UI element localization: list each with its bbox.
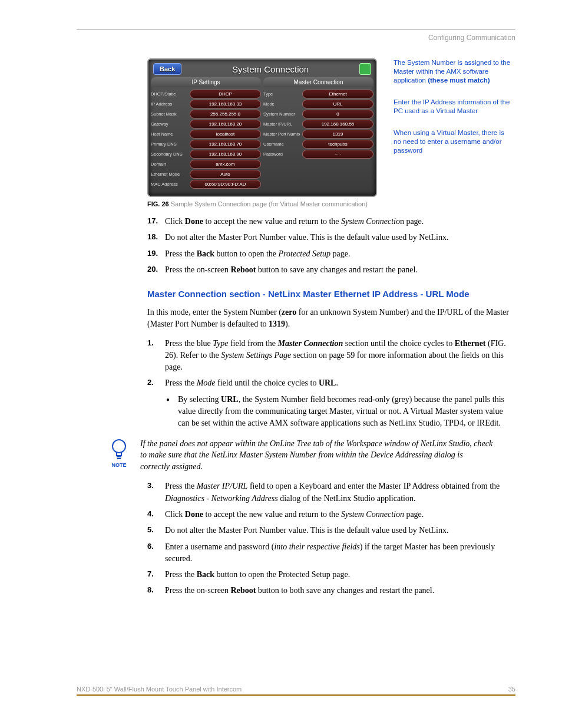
row-label: MAC Address xyxy=(151,182,187,187)
row-value[interactable]: 0 xyxy=(302,110,373,118)
row-label: DHCP/Static xyxy=(151,91,187,97)
settings-row: Primary DNS192.168.168.70 xyxy=(151,140,261,149)
callout-3: When using a Virtual Master, there is no… xyxy=(394,129,511,155)
row-value[interactable]: 192.168.168.55 xyxy=(302,120,373,129)
system-connection-panel: Back System Connection IP Settings DHCP/… xyxy=(147,58,377,197)
row-label: Secondary DNS xyxy=(151,151,187,157)
section-heading: Master Connection section - NetLinx Mast… xyxy=(147,288,515,301)
row-value[interactable]: 192.168.168.90 xyxy=(190,150,261,159)
settings-row: System Number0 xyxy=(263,110,373,118)
ip-settings-column: IP Settings DHCP/StaticDHCPIP Address192… xyxy=(151,77,261,190)
settings-row: Secondary DNS192.168.168.90 xyxy=(151,150,261,159)
step-item: 18.Do not alter the Master Port Number v… xyxy=(147,232,515,243)
row-value[interactable]: DHCP xyxy=(190,90,261,98)
figure-26: Back System Connection IP Settings DHCP/… xyxy=(147,58,515,197)
step-item: 5.Do not alter the Master Port Number va… xyxy=(147,525,515,536)
row-label: Username xyxy=(263,141,300,147)
back-button[interactable]: Back xyxy=(153,63,181,75)
svg-point-0 xyxy=(113,440,125,453)
step-item: 6.Enter a username and password (into th… xyxy=(147,541,515,565)
step-item: 19.Press the Back button to open the Pro… xyxy=(147,248,515,260)
settings-row: MAC Address00:60:9D:90:FD:AD xyxy=(151,180,261,189)
row-label: Primary DNS xyxy=(151,141,187,147)
page-footer: NXD-500i 5" Wall/Flush Mount Touch Panel… xyxy=(77,686,515,696)
steps-17-20: 17.Click Done to accept the new value an… xyxy=(147,216,515,276)
status-icon xyxy=(359,63,371,75)
row-value[interactable]: ····· xyxy=(302,150,373,159)
step-item: 2.Press the Mode field until the choice … xyxy=(147,377,515,389)
step-item: 4.Click Done to accept the new value and… xyxy=(147,509,515,521)
row-label: Gateway xyxy=(151,121,187,127)
settings-row: Password····· xyxy=(263,150,373,159)
row-label: Subnet Mask xyxy=(151,111,187,117)
row-label: Password xyxy=(263,151,300,157)
footer-right: 35 xyxy=(508,686,515,693)
steps-1-2: 1.Press the blue Type field from the Mas… xyxy=(147,338,515,390)
step-item: 3.Press the Master IP/URL field to open … xyxy=(147,480,515,505)
master-rows: TypeEthernetModeURLSystem Number0Master … xyxy=(263,90,373,159)
figure-caption-rest: Sample System Connection page (for Virtu… xyxy=(169,200,368,207)
row-value[interactable]: 192.168.168.33 xyxy=(190,100,261,108)
row-value[interactable]: Auto xyxy=(190,170,261,179)
lightbulb-icon xyxy=(110,438,128,460)
step-item: 20.Press the on-screen Reboot button to … xyxy=(147,264,515,276)
master-connection-column: Master Connection TypeEthernetModeURLSys… xyxy=(263,77,373,190)
steps-3-8: 3.Press the Master IP/URL field to open … xyxy=(147,480,515,597)
settings-row: TypeEthernet xyxy=(263,90,373,98)
settings-row: Gateway192.168.168.20 xyxy=(151,120,261,129)
step-item: 8.Press the on-screen Reboot button to b… xyxy=(147,585,515,597)
bullet-list: By selecting URL, the System Number fiel… xyxy=(166,394,515,430)
note-label: NOTE xyxy=(106,462,132,469)
row-label: Domain xyxy=(151,162,187,167)
step-item: 1.Press the blue Type field from the Mas… xyxy=(147,338,515,374)
row-value[interactable]: URL xyxy=(302,100,373,108)
settings-row: Master IP/URL192.168.168.55 xyxy=(263,120,373,129)
panel-title: System Connection xyxy=(181,64,359,74)
row-label: Master Port Number xyxy=(263,131,300,137)
settings-row: ModeURL xyxy=(263,100,373,108)
row-value[interactable]: 1319 xyxy=(302,130,373,139)
settings-row: IP Address192.168.168.33 xyxy=(151,100,261,108)
row-value[interactable]: 192.168.168.70 xyxy=(190,140,261,149)
row-label: Mode xyxy=(263,101,300,107)
row-label: IP Address xyxy=(151,101,187,107)
settings-row: Master Port Number1319 xyxy=(263,130,373,139)
settings-row: Subnet Mask255.255.255.0 xyxy=(151,110,261,118)
callout-1-bold: (these must match) xyxy=(428,77,490,84)
intro-para: In this mode, enter the System Number (z… xyxy=(147,307,515,331)
settings-row: Usernametechpubs xyxy=(263,140,373,149)
row-value[interactable]: techpubs xyxy=(302,140,373,149)
note-text: If the panel does not appear within the … xyxy=(140,438,494,473)
row-value[interactable]: 192.168.168.20 xyxy=(190,120,261,129)
ip-settings-head: IP Settings xyxy=(151,77,261,87)
step-item: 17.Click Done to accept the new value an… xyxy=(147,216,515,228)
row-label: Master IP/URL xyxy=(263,121,300,127)
note-block: NOTE If the panel does not appear within… xyxy=(106,438,515,473)
step-item: 7.Press the Back button to open the Prot… xyxy=(147,569,515,581)
settings-row: DHCP/StaticDHCP xyxy=(151,90,261,98)
row-value[interactable]: amx.com xyxy=(190,160,261,169)
callouts: The System Number is assigned to the Mas… xyxy=(394,58,511,168)
row-label: System Number xyxy=(263,111,300,117)
footer-left: NXD-500i 5" Wall/Flush Mount Touch Panel… xyxy=(77,686,242,693)
row-label: Ethernet Mode xyxy=(151,172,187,177)
bullet-item: By selecting URL, the System Number fiel… xyxy=(166,394,515,430)
row-value[interactable]: localhost xyxy=(190,130,261,139)
figure-caption: FIG. 26 Sample System Connection page (f… xyxy=(147,200,515,207)
header-rule xyxy=(77,29,515,30)
settings-row: Ethernet ModeAuto xyxy=(151,170,261,179)
callout-2: Enter the IP Address information of the … xyxy=(394,98,511,116)
row-value[interactable]: 00:60:9D:90:FD:AD xyxy=(190,180,261,189)
settings-row: Domainamx.com xyxy=(151,160,261,169)
header-section: Configuring Communication xyxy=(77,34,515,42)
row-label: Host Name xyxy=(151,131,187,137)
row-value[interactable]: 255.255.255.0 xyxy=(190,110,261,118)
settings-row: Host Namelocalhost xyxy=(151,130,261,139)
figure-caption-bold: FIG. 26 xyxy=(147,200,169,207)
ip-rows: DHCP/StaticDHCPIP Address192.168.168.33S… xyxy=(151,90,261,189)
row-label: Type xyxy=(263,91,300,97)
row-value[interactable]: Ethernet xyxy=(302,90,373,98)
master-connection-head: Master Connection xyxy=(263,77,373,87)
